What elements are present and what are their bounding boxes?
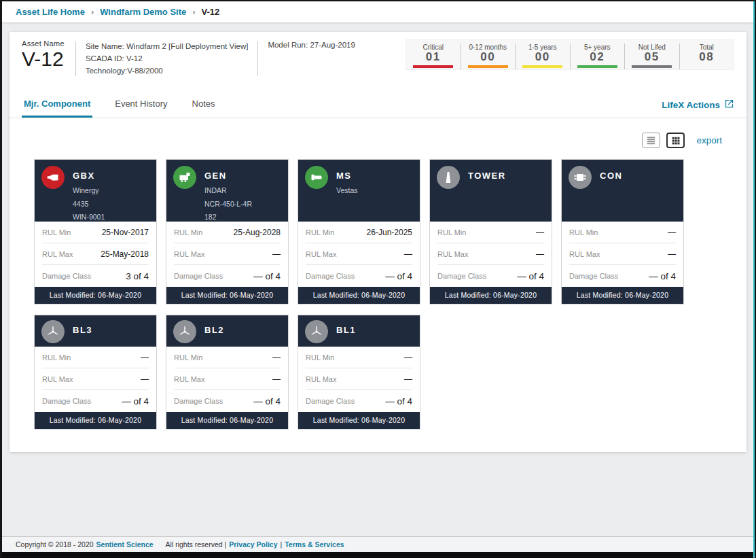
rul-min-row: RUL Min — bbox=[569, 222, 676, 243]
window-edge-highlight bbox=[753, 1, 755, 558]
card-subtitle: 4435 bbox=[73, 198, 105, 211]
card-header: MS Vestas bbox=[298, 160, 420, 222]
damage-class-label: Damage Class bbox=[174, 272, 223, 280]
component-card[interactable]: BL2 RUL Min — RUL Max — Damage Class — o… bbox=[166, 315, 289, 430]
card-title: GEN bbox=[204, 171, 252, 181]
app-window: Asset Life Home›Windfarm Demo Site›V-12 … bbox=[0, 0, 756, 558]
card-last-modified: Last Modified: 06-May-2020 bbox=[166, 412, 288, 429]
asset-name-block: Asset Name V-12 bbox=[22, 39, 65, 71]
badge-value: 02 bbox=[571, 51, 625, 64]
lifex-actions-link[interactable]: LifeX Actions bbox=[662, 99, 734, 118]
component-card[interactable]: TOWER RUL Min — RUL Max — Damage Class —… bbox=[429, 159, 552, 304]
card-header: CON bbox=[562, 160, 683, 222]
rul-max-label: RUL Max bbox=[174, 375, 204, 383]
blade-icon bbox=[305, 320, 328, 343]
rul-min-label: RUL Min bbox=[306, 228, 334, 237]
gearbox-icon bbox=[41, 166, 65, 189]
rul-max-label: RUL Max bbox=[437, 250, 468, 258]
window-bottom-bar bbox=[2, 552, 755, 558]
main-panel: Asset Name V-12 Site Name: Windfarm 2 [F… bbox=[10, 32, 746, 452]
rul-min-value: — bbox=[141, 353, 149, 362]
rul-max-value: 25-May-2018 bbox=[101, 249, 149, 259]
card-body: RUL Min — RUL Max — Damage Class — of 4 bbox=[166, 347, 288, 412]
rul-min-value: 25-Nov-2017 bbox=[102, 228, 149, 237]
rul-min-label: RUL Min bbox=[42, 353, 71, 362]
damage-class-row: Damage Class — of 4 bbox=[437, 265, 544, 287]
main-shaft-icon bbox=[305, 166, 328, 189]
rul-max-value: — bbox=[668, 249, 676, 259]
damage-class-row: Damage Class — of 4 bbox=[306, 390, 412, 412]
rul-max-row: RUL Max — bbox=[174, 243, 281, 265]
lifex-actions-label: LifeX Actions bbox=[662, 100, 720, 110]
damage-class-value: — of 4 bbox=[649, 271, 676, 281]
card-subtitles: Winergy4435WIN-9001 bbox=[73, 184, 105, 224]
breadcrumb-item: V-12 bbox=[202, 7, 220, 17]
breadcrumb-item[interactable]: Asset Life Home bbox=[16, 7, 85, 17]
card-body: RUL Min 26-Jun-2025 RUL Max — Damage Cla… bbox=[298, 222, 420, 287]
breadcrumb-separator-icon: › bbox=[91, 7, 94, 17]
component-card[interactable]: MS Vestas RUL Min 26-Jun-2025 RUL Max — … bbox=[298, 159, 420, 304]
grid-view-icon[interactable] bbox=[666, 133, 685, 148]
rul-max-label: RUL Max bbox=[42, 375, 73, 383]
rights-text: All rights reserved | bbox=[166, 540, 227, 548]
badge-underline bbox=[632, 65, 672, 68]
card-body: RUL Min 25-Nov-2017 RUL Max 25-May-2018 … bbox=[35, 222, 156, 287]
rul-min-value: — bbox=[668, 228, 676, 237]
rul-max-row: RUL Max — bbox=[42, 368, 149, 390]
export-link[interactable]: export bbox=[696, 135, 722, 145]
rul-min-label: RUL Min bbox=[174, 228, 202, 237]
breadcrumb-separator-icon: › bbox=[192, 7, 195, 17]
damage-class-row: Damage Class 3 of 4 bbox=[42, 265, 149, 287]
component-card[interactable]: GBX Winergy4435WIN-9001 RUL Min 25-Nov-2… bbox=[34, 159, 157, 304]
blade-icon bbox=[173, 320, 196, 343]
component-card[interactable]: GEN INDARNCR-450-L-4R182 RUL Min 25-Aug-… bbox=[166, 159, 289, 304]
tab-event-history[interactable]: Event History bbox=[113, 94, 169, 118]
card-title: BL3 bbox=[73, 325, 92, 335]
damage-class-value: — of 4 bbox=[517, 271, 544, 281]
card-body: RUL Min 25-Aug-2028 RUL Max — Damage Cla… bbox=[166, 222, 288, 287]
component-card[interactable]: BL3 RUL Min — RUL Max — Damage Class — o… bbox=[34, 315, 157, 430]
privacy-policy-link[interactable]: Privacy Policy bbox=[229, 540, 277, 548]
terms-link[interactable]: Terms & Services bbox=[285, 540, 344, 548]
rul-max-label: RUL Max bbox=[174, 250, 204, 258]
tab-mjr-component[interactable]: Mjr. Component bbox=[22, 94, 92, 118]
damage-class-value: — of 4 bbox=[253, 271, 281, 281]
rul-min-row: RUL Min 26-Jun-2025 bbox=[306, 222, 412, 243]
breadcrumb-item[interactable]: Windfarm Demo Site bbox=[100, 7, 186, 17]
company-link[interactable]: Sentient Science bbox=[96, 540, 154, 548]
rul-min-row: RUL Min — bbox=[42, 347, 149, 368]
tab-notes[interactable]: Notes bbox=[190, 94, 217, 118]
card-title: GBX bbox=[73, 171, 105, 181]
rul-min-value: — bbox=[404, 353, 412, 362]
page-footer: Copyright © 2018 - 2020 Sentient Science… bbox=[2, 536, 755, 552]
card-body: RUL Min — RUL Max — Damage Class — of 4 bbox=[430, 222, 552, 287]
external-link-icon bbox=[724, 99, 734, 111]
card-header: BL2 bbox=[166, 315, 288, 347]
asset-name-label: Asset Name bbox=[22, 39, 65, 48]
rul-max-row: RUL Max — bbox=[569, 243, 676, 265]
badge-underline bbox=[577, 65, 617, 68]
damage-class-row: Damage Class — of 4 bbox=[306, 265, 412, 287]
generator-icon bbox=[173, 166, 196, 189]
card-last-modified: Last Modified: 06-May-2020 bbox=[298, 412, 420, 429]
component-card[interactable]: CON RUL Min — RUL Max — Damage Class — o… bbox=[561, 159, 684, 304]
card-title: BL1 bbox=[336, 325, 356, 335]
badge-value: 05 bbox=[625, 51, 679, 64]
component-card[interactable]: BL1 RUL Min — RUL Max — Damage Class — o… bbox=[298, 315, 420, 430]
damage-class-label: Damage Class bbox=[42, 397, 91, 405]
rul-min-value: 25-Aug-2028 bbox=[234, 228, 281, 237]
technology: Technology:V-88/2000 bbox=[86, 65, 248, 77]
rul-min-value: 26-Jun-2025 bbox=[367, 228, 412, 237]
lifing-badge: 1-5 years00 bbox=[515, 43, 570, 69]
rul-min-row: RUL Min 25-Nov-2017 bbox=[42, 222, 149, 243]
damage-class-label: Damage Class bbox=[306, 272, 355, 280]
rul-min-label: RUL Min bbox=[437, 228, 466, 237]
card-header: BL3 bbox=[35, 315, 156, 347]
site-name: Site Name: Windfarm 2 [Full Deployment V… bbox=[86, 41, 248, 53]
rul-max-label: RUL Max bbox=[306, 375, 336, 383]
card-subtitle: Vestas bbox=[336, 184, 358, 197]
tabs-row: Mjr. ComponentEvent HistoryNotes LifeX A… bbox=[10, 94, 746, 118]
list-view-icon[interactable] bbox=[642, 133, 660, 148]
lifing-badge-strip: Critical010-12 months001-5 years005+ yea… bbox=[406, 39, 734, 70]
badge-value: 00 bbox=[516, 51, 570, 64]
